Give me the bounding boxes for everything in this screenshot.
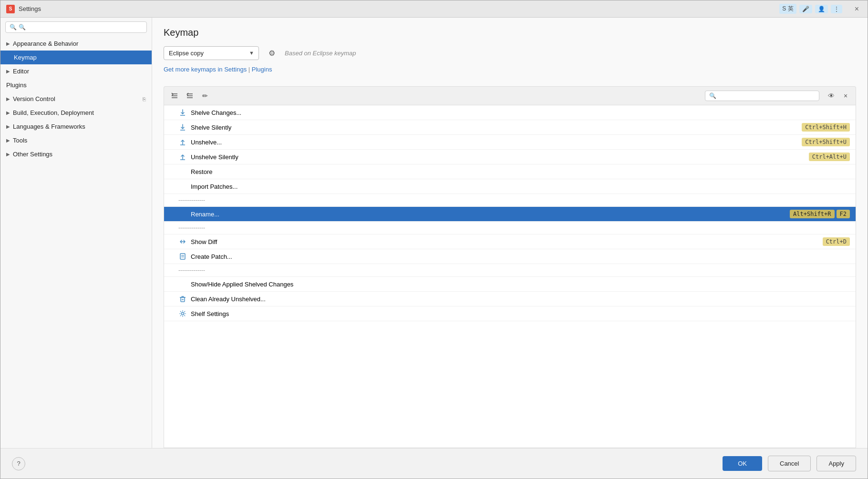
- keymap-row-restore[interactable]: Restore: [164, 164, 856, 179]
- sidebar-item-editor[interactable]: ▶ Editor: [0, 64, 152, 78]
- app-icon: S: [6, 5, 15, 13]
- toolbar-right-btns: 👁 ×: [825, 90, 852, 102]
- expand-arrow-icon: ▶: [6, 110, 10, 115]
- sidebar: 🔍 ▶ Appearance & Behavior Keymap ▶ Edito…: [0, 18, 152, 448]
- keymap-separator-1: --------------: [164, 194, 856, 207]
- clean-unshelved-icon: [178, 295, 187, 303]
- keymap-separator-2: --------------: [164, 222, 856, 234]
- filter-shortcuts-button[interactable]: 👁: [825, 90, 837, 102]
- shelve-silently-shortcut: Ctrl+Shift+H: [802, 123, 850, 132]
- titlebar: S Settings S 英 🎤 👤 ⋮ ×: [0, 0, 868, 18]
- clean-unshelved-label: Clean Already Unshelved...: [191, 296, 850, 303]
- rename-label: Rename...: [191, 211, 788, 218]
- keymap-row-shelf-settings[interactable]: Shelf Settings: [164, 306, 856, 321]
- window-title: Settings: [19, 5, 779, 12]
- collapse-all-button[interactable]: [183, 90, 196, 102]
- plugins-link: Plugins: [252, 66, 272, 73]
- edit-shortcut-button[interactable]: ✏: [198, 90, 212, 102]
- get-more-keymaps-link[interactable]: Get more keymaps in Settings | Plugins: [164, 66, 856, 73]
- keymap-row-unshelve[interactable]: Unshelve... Ctrl+Shift+U: [164, 135, 856, 150]
- expand-arrow-icon: ▶: [6, 96, 10, 102]
- unshelve-silently-shortcut: Ctrl+Alt+U: [809, 153, 850, 161]
- separator-line-2: --------------: [178, 224, 205, 231]
- unshelve-icon: [178, 138, 187, 146]
- expand-arrow-icon: ▶: [6, 138, 10, 143]
- sidebar-item-label: Tools: [13, 137, 27, 144]
- sidebar-item-tools[interactable]: ▶ Tools: [0, 133, 152, 147]
- gear-button[interactable]: ⚙: [265, 46, 279, 60]
- apply-button[interactable]: Apply: [816, 456, 856, 471]
- sidebar-item-label: Build, Execution, Deployment: [13, 109, 94, 116]
- close-button[interactable]: ×: [852, 4, 862, 14]
- sidebar-item-appearance[interactable]: ▶ Appearance & Behavior: [0, 37, 152, 51]
- show-diff-icon: [178, 237, 187, 246]
- help-button[interactable]: ?: [12, 457, 25, 470]
- keymap-row-show-diff[interactable]: Show Diff Ctrl+D: [164, 234, 856, 249]
- right-panel: Keymap Eclipse copy Default Mac OS X ▼ ⚙…: [152, 18, 868, 448]
- sidebar-item-languages[interactable]: ▶ Languages & Frameworks: [0, 120, 152, 133]
- sidebar-item-other-settings[interactable]: ▶ Other Settings: [0, 147, 152, 161]
- separator-line-3: --------------: [178, 267, 205, 274]
- keymap-row-unshelve-silently[interactable]: Unshelve Silently Ctrl+Alt+U: [164, 150, 856, 164]
- svg-rect-13: [181, 297, 185, 302]
- sidebar-item-label: Appearance & Behavior: [13, 40, 78, 47]
- show-hide-applied-label: Show/Hide Applied Shelved Changes: [191, 281, 850, 288]
- show-hide-icon: [178, 280, 187, 288]
- version-control-badge: ⎘: [143, 96, 146, 102]
- shelve-silently-label: Shelve Silently: [191, 124, 800, 131]
- restore-icon: [178, 167, 187, 176]
- based-on-text: Based on Eclipse keymap: [285, 50, 356, 57]
- svg-rect-10: [180, 254, 185, 259]
- show-diff-shortcut: Ctrl+D: [823, 237, 850, 246]
- shelve-silently-icon: [178, 123, 187, 132]
- sidebar-item-label: Other Settings: [13, 151, 52, 158]
- keymap-row-clean-unshelved[interactable]: Clean Already Unshelved...: [164, 292, 856, 306]
- sidebar-item-keymap[interactable]: Keymap: [0, 51, 152, 64]
- clear-search-button[interactable]: ×: [839, 90, 852, 102]
- keymap-row-import-patches[interactable]: Import Patches...: [164, 179, 856, 194]
- main-content: 🔍 ▶ Appearance & Behavior Keymap ▶ Edito…: [0, 18, 868, 448]
- create-patch-label: Create Patch...: [191, 253, 850, 260]
- sidebar-nav: ▶ Appearance & Behavior Keymap ▶ Editor …: [0, 37, 152, 448]
- keymap-separator-3: --------------: [164, 264, 856, 277]
- sidebar-search[interactable]: 🔍: [5, 21, 147, 33]
- keymap-row-create-patch[interactable]: Create Patch...: [164, 249, 856, 264]
- bottom-bar: ? OK Cancel Apply: [0, 448, 868, 479]
- import-patches-label: Import Patches...: [191, 183, 850, 190]
- keymap-list: Shelve Changes... Shelve Silently Ctrl+S…: [164, 105, 856, 448]
- toolbar-search-icon: 🔍: [709, 92, 716, 99]
- expand-arrow-icon: ▶: [6, 69, 10, 74]
- keymap-select[interactable]: Eclipse copy Default Mac OS X: [164, 46, 259, 60]
- toolbar-search-input[interactable]: [718, 92, 815, 99]
- unshelve-shortcut: Ctrl+Shift+U: [802, 138, 850, 146]
- tray-user: 👤: [815, 5, 828, 13]
- rename-icon: [178, 210, 187, 218]
- sidebar-item-version-control[interactable]: ▶ Version Control ⎘: [0, 92, 152, 106]
- cancel-button[interactable]: Cancel: [768, 456, 811, 471]
- keymap-row-shelve-silently[interactable]: Shelve Silently Ctrl+Shift+H: [164, 120, 856, 135]
- rename-shortcut-1: Alt+Shift+R: [790, 210, 834, 218]
- shelf-settings-label: Shelf Settings: [191, 310, 850, 317]
- tray-menu: ⋮: [831, 5, 842, 13]
- keymap-row-rename[interactable]: Rename... Alt+Shift+R F2: [164, 207, 856, 222]
- shelve-changes-icon: [178, 108, 187, 117]
- keymap-select-wrapper: Eclipse copy Default Mac OS X ▼: [164, 46, 259, 60]
- show-diff-label: Show Diff: [191, 238, 821, 245]
- expand-all-button[interactable]: [168, 90, 181, 102]
- ok-button[interactable]: OK: [723, 456, 762, 471]
- create-patch-icon: [178, 252, 187, 261]
- keymap-row-shelve-changes[interactable]: Shelve Changes...: [164, 105, 856, 120]
- sidebar-item-label: Version Control: [13, 95, 55, 102]
- sidebar-item-plugins[interactable]: Plugins: [0, 78, 152, 92]
- sidebar-item-build[interactable]: ▶ Build, Execution, Deployment: [0, 106, 152, 120]
- sidebar-item-label: Plugins: [6, 82, 27, 89]
- unshelve-label: Unshelve...: [191, 139, 800, 146]
- expand-arrow-icon: ▶: [6, 41, 10, 46]
- sidebar-search-input[interactable]: [19, 24, 143, 31]
- search-icon: 🔍: [10, 24, 17, 31]
- svg-point-17: [182, 313, 184, 315]
- get-more-text: Get more keymaps in Settings: [164, 66, 247, 73]
- toolbar-search: 🔍: [705, 91, 819, 101]
- keymap-row-show-hide-applied[interactable]: Show/Hide Applied Shelved Changes: [164, 277, 856, 292]
- expand-arrow-icon: ▶: [6, 152, 10, 157]
